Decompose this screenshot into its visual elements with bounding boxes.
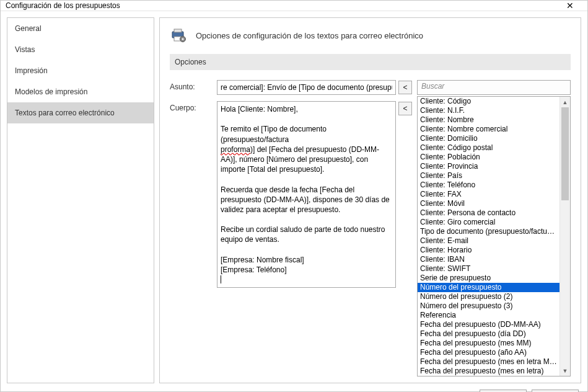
- list-item[interactable]: Cliente: E-mail: [418, 236, 559, 246]
- dialog-footer: Aceptar Cancelar: [1, 390, 587, 392]
- printer-settings-icon: [170, 28, 187, 43]
- list-item[interactable]: Cliente: Nombre: [418, 115, 559, 125]
- options-content: Asunto: < Cuerpo: Hola [Cliente: Nombre]…: [170, 80, 571, 376]
- list-item[interactable]: Referencia: [418, 311, 559, 320]
- subject-label: Asunto:: [170, 80, 214, 91]
- svg-point-4: [182, 38, 184, 40]
- list-item[interactable]: Cliente: Horario: [418, 246, 559, 255]
- accept-button[interactable]: Aceptar: [480, 390, 527, 392]
- sidebar: General Vistas Impresión Modelos de impr…: [7, 17, 154, 383]
- list-item[interactable]: Fecha del presupuesto (DD-MM-AA): [418, 320, 559, 329]
- list-item[interactable]: Cliente: Persona de contacto: [418, 208, 559, 218]
- main-panel: Opciones de configuración de los textos …: [159, 17, 581, 383]
- list-item[interactable]: Cliente: País: [418, 171, 559, 180]
- titlebar: Configuración de los presupuestos ✕: [1, 1, 587, 11]
- subject-input[interactable]: [217, 80, 396, 95]
- list-item[interactable]: Cliente: Domicilio: [418, 134, 559, 143]
- list-item[interactable]: Fecha del presupuesto (mes MM): [418, 339, 559, 348]
- list-item[interactable]: Serie de presupuesto: [418, 274, 559, 283]
- list-item[interactable]: Número del presupuesto: [418, 283, 559, 292]
- body-textarea[interactable]: Hola [Cliente: Nombre], Te remito el [Ti…: [217, 101, 396, 288]
- form-column: Asunto: < Cuerpo: Hola [Cliente: Nombre]…: [170, 80, 412, 376]
- list-item[interactable]: Cliente: Nombre comercial: [418, 125, 559, 134]
- list-item[interactable]: Cliente: N.I.F.: [418, 106, 559, 115]
- section-opciones: Opciones: [170, 54, 571, 70]
- listbox-scrollbar[interactable]: ▲ ▼: [559, 97, 570, 376]
- scroll-down-icon[interactable]: ▼: [560, 365, 570, 376]
- list-item[interactable]: Número del presupuesto (3): [418, 301, 559, 311]
- list-item[interactable]: Cliente: Teléfono: [418, 180, 559, 190]
- list-item[interactable]: Cliente: Provincia: [418, 162, 559, 171]
- sidebar-item-impresion[interactable]: Impresión: [7, 60, 154, 81]
- list-item[interactable]: Fecha del presupuesto (mes en letra MMM): [418, 357, 559, 367]
- dialog-window: Configuración de los presupuestos ✕ Gene…: [0, 0, 588, 392]
- list-item[interactable]: Cliente: FAX: [418, 190, 559, 199]
- field-listbox[interactable]: Cliente: CódigoCliente: N.I.F.Cliente: N…: [417, 96, 571, 376]
- panel-header: Opciones de configuración de los textos …: [170, 28, 571, 43]
- dialog-body: General Vistas Impresión Modelos de impr…: [1, 11, 587, 390]
- body-label: Cuerpo:: [170, 101, 214, 112]
- list-item[interactable]: Fecha del presupuesto (año AA): [418, 348, 559, 357]
- svg-rect-1: [174, 29, 182, 32]
- sidebar-item-modelos[interactable]: Modelos de impresión: [7, 81, 154, 102]
- window-title: Configuración de los presupuestos: [6, 1, 120, 10]
- body-wrap: Hola [Cliente: Nombre], Te remito el [Ti…: [217, 101, 412, 288]
- panel-title: Opciones de configuración de los textos …: [196, 31, 423, 40]
- list-item[interactable]: Cliente: Población: [418, 153, 559, 162]
- list-item[interactable]: Cliente: IBAN: [418, 255, 559, 264]
- cancel-button[interactable]: Cancelar: [532, 390, 579, 392]
- list-item[interactable]: Tipo de documento (presupuesto/factura p…: [418, 227, 559, 236]
- list-item[interactable]: Cliente: Código postal: [418, 143, 559, 153]
- scroll-up-icon[interactable]: ▲: [560, 97, 570, 107]
- subject-row: Asunto: <: [170, 80, 412, 95]
- sidebar-item-vistas[interactable]: Vistas: [7, 39, 154, 60]
- list-item[interactable]: Fecha del presupuesto (día DD): [418, 329, 559, 339]
- scroll-track[interactable]: [560, 107, 570, 365]
- list-item[interactable]: Fecha del presupuesto (mes en letra): [418, 367, 559, 376]
- list-item[interactable]: Cliente: Código: [418, 97, 559, 106]
- sidebar-item-general[interactable]: General: [7, 18, 154, 39]
- fields-column: Buscar Cliente: CódigoCliente: N.I.F.Cli…: [417, 80, 571, 376]
- sidebar-item-textos-correo[interactable]: Textos para correo electrónico: [7, 102, 154, 123]
- close-icon[interactable]: ✕: [558, 1, 582, 11]
- list-item[interactable]: Cliente: SWIFT: [418, 264, 559, 274]
- list-item[interactable]: Cliente: Móvil: [418, 199, 559, 208]
- list-item[interactable]: Número del presupuesto (2): [418, 292, 559, 301]
- scroll-thumb[interactable]: [561, 107, 569, 200]
- list-item[interactable]: Cliente: Giro comercial: [418, 218, 559, 227]
- insert-subject-button[interactable]: <: [398, 81, 412, 94]
- insert-body-button[interactable]: <: [398, 102, 412, 115]
- body-row: Cuerpo: Hola [Cliente: Nombre], Te remit…: [170, 101, 412, 376]
- search-input[interactable]: Buscar: [417, 80, 571, 95]
